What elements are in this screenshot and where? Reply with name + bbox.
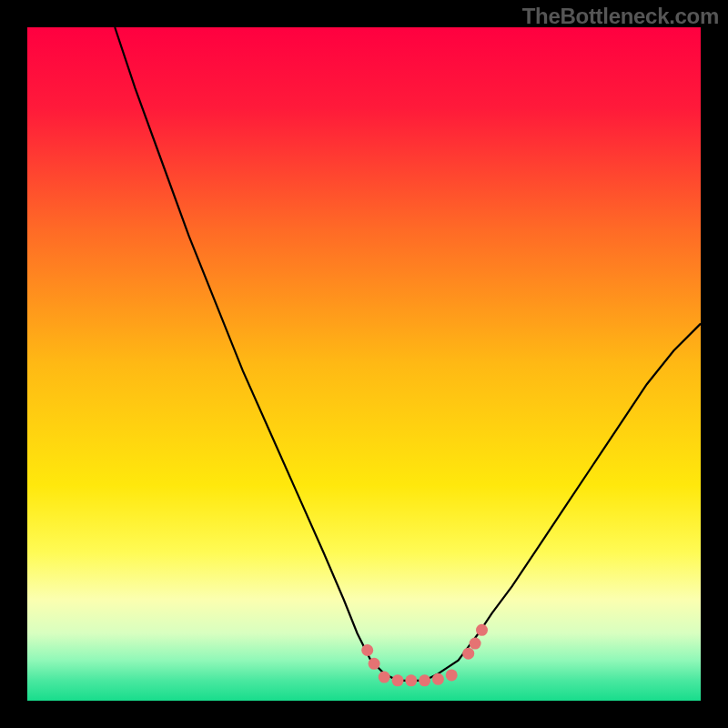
outer-frame: TheBottleneck.com [0, 0, 728, 728]
marker-dot [446, 669, 458, 681]
gradient-background [27, 27, 701, 701]
watermark-text: TheBottleneck.com [522, 4, 719, 29]
marker-dot [361, 644, 373, 656]
marker-dot [379, 672, 390, 683]
marker-dot [462, 648, 474, 660]
marker-dot [476, 624, 488, 636]
marker-dot [369, 658, 380, 670]
bottleneck-chart [27, 27, 701, 701]
marker-dot [419, 674, 430, 686]
marker-dot [392, 674, 404, 686]
marker-dot [432, 673, 444, 685]
marker-dot [405, 674, 417, 686]
marker-dot [470, 638, 481, 650]
